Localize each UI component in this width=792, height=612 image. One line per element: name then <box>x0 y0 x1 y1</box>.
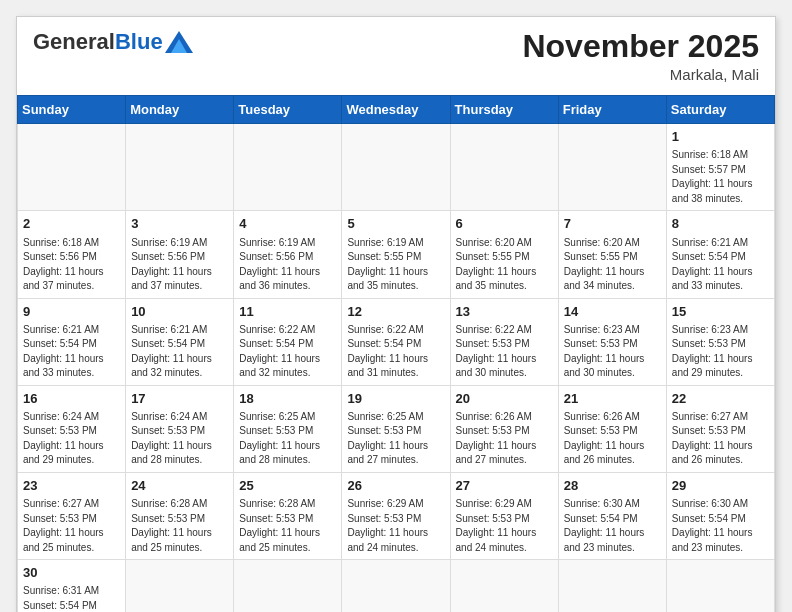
day-number: 9 <box>23 303 120 321</box>
day-cell: 23Sunrise: 6:27 AM Sunset: 5:53 PM Dayli… <box>18 472 126 559</box>
weekday-header-thursday: Thursday <box>450 96 558 124</box>
day-cell: 11Sunrise: 6:22 AM Sunset: 5:54 PM Dayli… <box>234 298 342 385</box>
day-cell: 2Sunrise: 6:18 AM Sunset: 5:56 PM Daylig… <box>18 211 126 298</box>
day-info: Sunrise: 6:22 AM Sunset: 5:54 PM Dayligh… <box>347 323 444 381</box>
day-cell: 4Sunrise: 6:19 AM Sunset: 5:56 PM Daylig… <box>234 211 342 298</box>
day-cell: 7Sunrise: 6:20 AM Sunset: 5:55 PM Daylig… <box>558 211 666 298</box>
logo-general-text: General <box>33 29 115 55</box>
day-info: Sunrise: 6:23 AM Sunset: 5:53 PM Dayligh… <box>672 323 769 381</box>
day-cell: 20Sunrise: 6:26 AM Sunset: 5:53 PM Dayli… <box>450 385 558 472</box>
day-info: Sunrise: 6:26 AM Sunset: 5:53 PM Dayligh… <box>564 410 661 468</box>
day-number: 17 <box>131 390 228 408</box>
week-row-5: 23Sunrise: 6:27 AM Sunset: 5:53 PM Dayli… <box>18 472 775 559</box>
day-number: 8 <box>672 215 769 233</box>
day-number: 28 <box>564 477 661 495</box>
day-info: Sunrise: 6:30 AM Sunset: 5:54 PM Dayligh… <box>564 497 661 555</box>
day-cell: 22Sunrise: 6:27 AM Sunset: 5:53 PM Dayli… <box>666 385 774 472</box>
day-info: Sunrise: 6:27 AM Sunset: 5:53 PM Dayligh… <box>23 497 120 555</box>
weekday-header-tuesday: Tuesday <box>234 96 342 124</box>
day-number: 24 <box>131 477 228 495</box>
day-number: 5 <box>347 215 444 233</box>
day-number: 11 <box>239 303 336 321</box>
day-cell: 14Sunrise: 6:23 AM Sunset: 5:53 PM Dayli… <box>558 298 666 385</box>
day-cell <box>18 124 126 211</box>
day-cell <box>342 124 450 211</box>
day-number: 14 <box>564 303 661 321</box>
day-cell <box>450 560 558 612</box>
day-cell: 25Sunrise: 6:28 AM Sunset: 5:53 PM Dayli… <box>234 472 342 559</box>
day-cell: 21Sunrise: 6:26 AM Sunset: 5:53 PM Dayli… <box>558 385 666 472</box>
day-info: Sunrise: 6:18 AM Sunset: 5:56 PM Dayligh… <box>23 236 120 294</box>
day-info: Sunrise: 6:20 AM Sunset: 5:55 PM Dayligh… <box>456 236 553 294</box>
day-cell <box>666 560 774 612</box>
weekday-header-saturday: Saturday <box>666 96 774 124</box>
day-number: 13 <box>456 303 553 321</box>
day-info: Sunrise: 6:30 AM Sunset: 5:54 PM Dayligh… <box>672 497 769 555</box>
day-cell: 24Sunrise: 6:28 AM Sunset: 5:53 PM Dayli… <box>126 472 234 559</box>
day-cell <box>234 560 342 612</box>
day-cell: 28Sunrise: 6:30 AM Sunset: 5:54 PM Dayli… <box>558 472 666 559</box>
calendar-container: General Blue November 2025 Markala, Mali… <box>16 16 776 612</box>
day-info: Sunrise: 6:31 AM Sunset: 5:54 PM Dayligh… <box>23 584 120 612</box>
day-number: 22 <box>672 390 769 408</box>
day-info: Sunrise: 6:19 AM Sunset: 5:56 PM Dayligh… <box>131 236 228 294</box>
week-row-2: 2Sunrise: 6:18 AM Sunset: 5:56 PM Daylig… <box>18 211 775 298</box>
day-cell <box>558 560 666 612</box>
day-info: Sunrise: 6:22 AM Sunset: 5:53 PM Dayligh… <box>456 323 553 381</box>
day-cell: 8Sunrise: 6:21 AM Sunset: 5:54 PM Daylig… <box>666 211 774 298</box>
day-cell: 16Sunrise: 6:24 AM Sunset: 5:53 PM Dayli… <box>18 385 126 472</box>
title-block: November 2025 Markala, Mali <box>522 29 759 83</box>
day-cell: 27Sunrise: 6:29 AM Sunset: 5:53 PM Dayli… <box>450 472 558 559</box>
day-info: Sunrise: 6:26 AM Sunset: 5:53 PM Dayligh… <box>456 410 553 468</box>
day-cell: 30Sunrise: 6:31 AM Sunset: 5:54 PM Dayli… <box>18 560 126 612</box>
day-info: Sunrise: 6:28 AM Sunset: 5:53 PM Dayligh… <box>131 497 228 555</box>
day-number: 1 <box>672 128 769 146</box>
day-number: 16 <box>23 390 120 408</box>
weekday-header-sunday: Sunday <box>18 96 126 124</box>
day-cell: 18Sunrise: 6:25 AM Sunset: 5:53 PM Dayli… <box>234 385 342 472</box>
calendar-table: SundayMondayTuesdayWednesdayThursdayFrid… <box>17 95 775 612</box>
day-number: 30 <box>23 564 120 582</box>
day-cell: 29Sunrise: 6:30 AM Sunset: 5:54 PM Dayli… <box>666 472 774 559</box>
day-cell <box>234 124 342 211</box>
day-info: Sunrise: 6:28 AM Sunset: 5:53 PM Dayligh… <box>239 497 336 555</box>
week-row-3: 9Sunrise: 6:21 AM Sunset: 5:54 PM Daylig… <box>18 298 775 385</box>
day-number: 19 <box>347 390 444 408</box>
day-cell: 5Sunrise: 6:19 AM Sunset: 5:55 PM Daylig… <box>342 211 450 298</box>
day-cell: 15Sunrise: 6:23 AM Sunset: 5:53 PM Dayli… <box>666 298 774 385</box>
day-cell <box>450 124 558 211</box>
day-number: 15 <box>672 303 769 321</box>
day-info: Sunrise: 6:21 AM Sunset: 5:54 PM Dayligh… <box>672 236 769 294</box>
week-row-6: 30Sunrise: 6:31 AM Sunset: 5:54 PM Dayli… <box>18 560 775 612</box>
day-number: 18 <box>239 390 336 408</box>
day-cell: 13Sunrise: 6:22 AM Sunset: 5:53 PM Dayli… <box>450 298 558 385</box>
weekday-header-friday: Friday <box>558 96 666 124</box>
day-info: Sunrise: 6:20 AM Sunset: 5:55 PM Dayligh… <box>564 236 661 294</box>
day-cell: 10Sunrise: 6:21 AM Sunset: 5:54 PM Dayli… <box>126 298 234 385</box>
day-cell: 1Sunrise: 6:18 AM Sunset: 5:57 PM Daylig… <box>666 124 774 211</box>
day-cell: 9Sunrise: 6:21 AM Sunset: 5:54 PM Daylig… <box>18 298 126 385</box>
day-cell: 12Sunrise: 6:22 AM Sunset: 5:54 PM Dayli… <box>342 298 450 385</box>
logo: General Blue <box>33 29 193 55</box>
day-number: 25 <box>239 477 336 495</box>
day-info: Sunrise: 6:27 AM Sunset: 5:53 PM Dayligh… <box>672 410 769 468</box>
day-number: 4 <box>239 215 336 233</box>
day-info: Sunrise: 6:25 AM Sunset: 5:53 PM Dayligh… <box>347 410 444 468</box>
location-title: Markala, Mali <box>522 66 759 83</box>
day-number: 6 <box>456 215 553 233</box>
day-info: Sunrise: 6:19 AM Sunset: 5:56 PM Dayligh… <box>239 236 336 294</box>
day-info: Sunrise: 6:25 AM Sunset: 5:53 PM Dayligh… <box>239 410 336 468</box>
day-cell <box>342 560 450 612</box>
day-cell <box>558 124 666 211</box>
day-info: Sunrise: 6:21 AM Sunset: 5:54 PM Dayligh… <box>131 323 228 381</box>
day-number: 23 <box>23 477 120 495</box>
day-cell <box>126 560 234 612</box>
logo-blue-text: Blue <box>115 29 163 55</box>
day-number: 26 <box>347 477 444 495</box>
day-cell: 19Sunrise: 6:25 AM Sunset: 5:53 PM Dayli… <box>342 385 450 472</box>
month-title: November 2025 <box>522 29 759 64</box>
day-number: 27 <box>456 477 553 495</box>
day-info: Sunrise: 6:29 AM Sunset: 5:53 PM Dayligh… <box>347 497 444 555</box>
day-cell <box>126 124 234 211</box>
weekday-header-wednesday: Wednesday <box>342 96 450 124</box>
